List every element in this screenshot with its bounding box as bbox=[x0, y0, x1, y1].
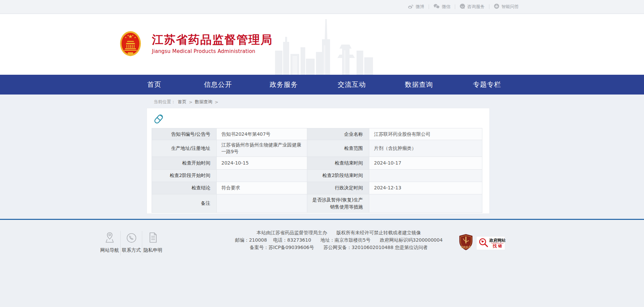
footer-contact-label: 联系方式 bbox=[121, 247, 142, 253]
footer-sitemap-label: 网站导航 bbox=[99, 247, 120, 253]
party-government-badge[interactable]: 党政机关 bbox=[458, 234, 474, 251]
inspection-detail-table: 告知书编号/公告号 告知书2024年第407号 企业名称 江苏联环药业股份有限公… bbox=[152, 128, 482, 213]
phase2-start-value bbox=[217, 169, 307, 182]
inspection-start-label: 检查开始时间 bbox=[152, 157, 217, 169]
smart-qa-link[interactable]: 智能问答 bbox=[489, 3, 523, 10]
table-row: 检查结论 符合要求 行政决定时间 2024-12-13 bbox=[152, 182, 482, 194]
breadcrumb: 当前位置： 首页 > 数据查询 > bbox=[154, 99, 218, 105]
site-header: ★ ★ ★ ★ ★ 江苏省药品监督管理局 bbox=[0, 14, 644, 75]
consult-service-label: 咨询服务 bbox=[467, 4, 485, 10]
table-row: 告知书编号/公告号 告知书2024年第407号 企业名称 江苏联环药业股份有限公… bbox=[152, 128, 482, 140]
table-row: 检查2阶段开始时间 检查2阶段结束时间 bbox=[152, 169, 482, 182]
website-error-report-badge[interactable]: 政府网站 找错 bbox=[476, 236, 505, 250]
breadcrumb-separator: > bbox=[215, 100, 218, 105]
admin-decision-date-label: 行政决定时间 bbox=[307, 182, 369, 194]
top-utility-bar: 微博 微信 咨询服务 智能问答 bbox=[0, 0, 644, 14]
svg-text:★: ★ bbox=[132, 34, 134, 37]
footer-sitemap-link[interactable]: 网站导航 bbox=[99, 231, 120, 255]
breadcrumb-data-query-link[interactable]: 数据查询 bbox=[195, 99, 212, 105]
admin-decision-date-value: 2024-12-13 bbox=[369, 182, 482, 194]
remarks-value bbox=[217, 194, 307, 212]
error-badge-title: 政府网站 bbox=[489, 238, 505, 243]
breadcrumb-separator: > bbox=[189, 100, 193, 105]
phase2-end-value bbox=[369, 169, 482, 182]
weibo-link[interactable]: 微博 bbox=[403, 4, 429, 10]
notice-number-label: 告知书编号/公告号 bbox=[152, 128, 217, 140]
map-pin-icon bbox=[104, 232, 115, 244]
remarks-label: 备注 bbox=[152, 194, 217, 212]
footer-privacy-link[interactable]: 隐私申明 bbox=[142, 231, 163, 255]
party-government-badge-text: 党政机关 bbox=[461, 246, 471, 249]
footer-quick-links: 网站导航 联系方式 隐私申明 bbox=[99, 231, 163, 255]
wechat-icon bbox=[433, 4, 440, 10]
national-emblem-logo: ★ ★ ★ ★ ★ bbox=[120, 31, 141, 56]
nav-item-interaction[interactable]: 交流互动 bbox=[328, 75, 375, 95]
footer-line-host: 本站由江苏省药品监督管理局主办 版权所有未经许可禁止转载或者建立镜像 bbox=[218, 229, 460, 236]
page: 微博 微信 咨询服务 智能问答 bbox=[0, 0, 644, 307]
detail-panel: 告知书编号/公告号 告知书2024年第407号 企业名称 江苏联环药业股份有限公… bbox=[147, 108, 490, 214]
site-title: 江苏省药品监督管理局 bbox=[152, 34, 273, 46]
nav-item-services[interactable]: 政务服务 bbox=[260, 75, 307, 95]
inspection-end-value: 2024-10-17 bbox=[369, 157, 482, 169]
company-name-label: 企业名称 bbox=[307, 128, 369, 140]
production-address-label: 生产地址/注册地址 bbox=[152, 140, 217, 157]
main-navigation: 首页 信息公开 政务服务 交流互动 数据查询 专题专栏 bbox=[0, 75, 644, 95]
suspension-measures-value bbox=[369, 194, 482, 212]
magnifier-icon bbox=[478, 237, 489, 249]
error-badge-subtitle: 找错 bbox=[491, 243, 503, 249]
wechat-label: 微信 bbox=[442, 4, 450, 10]
header-logo-link[interactable]: ★ ★ ★ ★ ★ 江苏省药品监督管理局 bbox=[120, 31, 273, 56]
robot-icon bbox=[494, 3, 499, 10]
smart-qa-label: 智能问答 bbox=[501, 4, 519, 10]
footer-line-address: 邮编：210008 电话：83273610 地址：南京市鼓楼街5号 政府网站标识… bbox=[218, 236, 460, 244]
inspection-scope-label: 检查范围 bbox=[307, 140, 369, 157]
phase2-start-label: 检查2阶段开始时间 bbox=[152, 169, 217, 182]
phase2-end-label: 检查2阶段结束时间 bbox=[307, 169, 369, 182]
footer-legal-text: 本站由江苏省药品监督管理局主办 版权所有未经许可禁止转载或者建立镜像 邮编：21… bbox=[218, 229, 460, 251]
table-row: 备注 是否涉及暂停(恢复)生产销售使用等措施 bbox=[152, 194, 482, 212]
breadcrumb-home-link[interactable]: 首页 bbox=[178, 99, 186, 105]
nav-item-topics[interactable]: 专题专栏 bbox=[464, 75, 511, 95]
pill-capsule-icon bbox=[153, 113, 165, 125]
production-address-value: 江苏省扬州市扬州生物健康产业园健康一路9号 bbox=[217, 140, 307, 157]
footer-line-icp: 备案号：苏ICP备09039606号 苏公网安备：32010602010488 … bbox=[218, 244, 460, 251]
breadcrumb-prefix: 当前位置： bbox=[154, 99, 175, 105]
city-skyline-decoration bbox=[275, 18, 376, 75]
footer-contact-link[interactable]: 联系方式 bbox=[120, 231, 142, 255]
weibo-label: 微博 bbox=[416, 4, 424, 10]
nav-item-info[interactable]: 信息公开 bbox=[195, 75, 241, 95]
nav-item-data-query[interactable]: 数据查询 bbox=[395, 75, 442, 95]
site-subtitle-english: Jiangsu Medical Products Administration bbox=[152, 48, 273, 54]
suspension-measures-label: 是否涉及暂停(恢复)生产销售使用等措施 bbox=[307, 194, 369, 212]
weibo-icon bbox=[408, 4, 414, 10]
inspection-conclusion-value: 符合要求 bbox=[217, 182, 307, 194]
chat-bubble-icon bbox=[460, 3, 465, 10]
site-footer: 网站导航 联系方式 隐私申明 本站由江苏省药品监督管理局主办 版权所有未经许可禁… bbox=[0, 219, 644, 307]
inspection-conclusion-label: 检查结论 bbox=[152, 182, 217, 194]
inspection-start-value: 2024-10-15 bbox=[217, 157, 307, 169]
nav-item-home[interactable]: 首页 bbox=[131, 75, 178, 95]
table-row: 检查开始时间 2024-10-15 检查结束时间 2024-10-17 bbox=[152, 157, 482, 169]
svg-text:★: ★ bbox=[125, 36, 127, 39]
document-icon bbox=[147, 232, 159, 244]
svg-text:★: ★ bbox=[127, 34, 129, 37]
phone-icon bbox=[126, 232, 137, 244]
inspection-end-label: 检查结束时间 bbox=[307, 157, 369, 169]
svg-text:★: ★ bbox=[134, 36, 136, 39]
table-row: 生产地址/注册地址 江苏省扬州市扬州生物健康产业园健康一路9号 检查范围 片剂（… bbox=[152, 140, 482, 157]
notice-number-value: 告知书2024年第407号 bbox=[217, 128, 307, 140]
inspection-scope-value: 片剂（含抗肿瘤类） bbox=[369, 140, 482, 157]
footer-privacy-label: 隐私申明 bbox=[142, 247, 163, 253]
company-name-value: 江苏联环药业股份有限公司 bbox=[369, 128, 482, 140]
consult-service-link[interactable]: 咨询服务 bbox=[455, 3, 489, 10]
wechat-link[interactable]: 微信 bbox=[429, 4, 455, 10]
